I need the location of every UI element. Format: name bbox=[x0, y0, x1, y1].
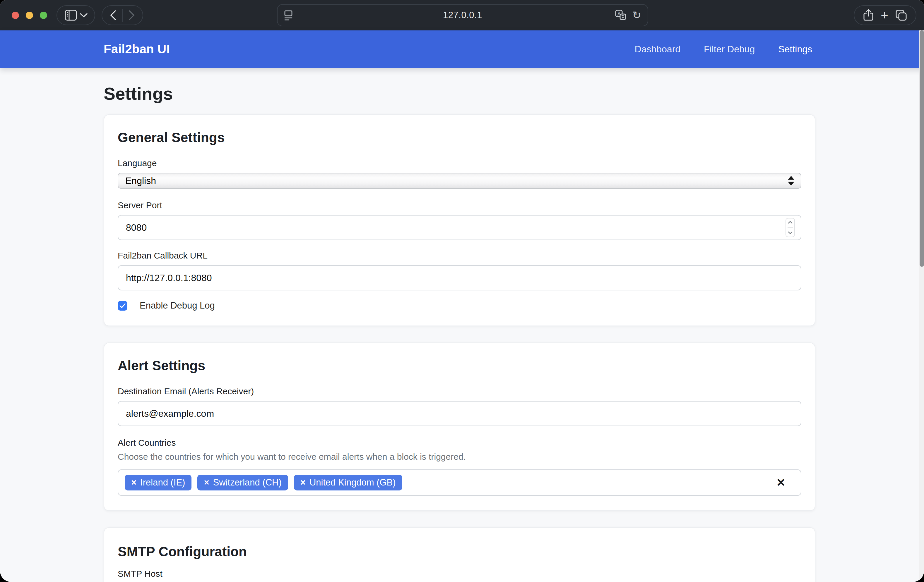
number-stepper-icon[interactable] bbox=[785, 218, 795, 237]
alert-settings-heading: Alert Settings bbox=[118, 358, 801, 373]
country-tags: × Ireland (IE) × Switzerland (CH) × Unit… bbox=[125, 475, 402, 490]
remove-tag-icon[interactable]: × bbox=[204, 477, 209, 488]
general-settings-card: General Settings Language English Server… bbox=[104, 114, 815, 326]
language-select[interactable]: English bbox=[118, 173, 801, 189]
alert-countries-help: Choose the countries for which you want … bbox=[118, 452, 801, 462]
sidebar-toolbar-group bbox=[56, 5, 95, 25]
remove-tag-icon[interactable]: × bbox=[131, 477, 137, 488]
smtp-host-label: SMTP Host bbox=[118, 569, 801, 579]
reload-icon[interactable]: ↻ bbox=[632, 10, 641, 20]
settings-page: Settings General Settings Language Engli… bbox=[104, 84, 815, 582]
country-tag-label: Switzerland (CH) bbox=[213, 477, 282, 488]
minimize-window-button[interactable] bbox=[26, 12, 33, 19]
destination-email-label: Destination Email (Alerts Receiver) bbox=[118, 386, 801, 396]
brand[interactable]: Fail2ban UI bbox=[104, 42, 170, 56]
country-tag-switzerland[interactable]: × Switzerland (CH) bbox=[197, 475, 288, 490]
sidebar-icon[interactable] bbox=[65, 10, 77, 21]
translate-icon[interactable]: A bbox=[615, 9, 627, 21]
smtp-configuration-heading: SMTP Configuration bbox=[118, 544, 801, 559]
server-port-field-wrap bbox=[118, 215, 801, 240]
callback-url-label: Fail2ban Callback URL bbox=[118, 251, 801, 261]
back-icon[interactable] bbox=[110, 10, 116, 20]
server-port-label: Server Port bbox=[118, 201, 801, 210]
debug-log-label[interactable]: Enable Debug Log bbox=[140, 300, 215, 311]
zoom-window-button[interactable] bbox=[40, 12, 47, 19]
language-select-value: English bbox=[125, 176, 156, 186]
debug-log-row: Enable Debug Log bbox=[118, 300, 801, 311]
browser-chrome: 127.0.0.1 A ↻ bbox=[0, 0, 924, 30]
forward-icon[interactable] bbox=[129, 10, 135, 20]
clear-all-countries-icon[interactable]: ✕ bbox=[776, 477, 785, 488]
country-tag-label: Ireland (IE) bbox=[140, 477, 185, 488]
url-text[interactable]: 127.0.0.1 bbox=[277, 10, 648, 20]
reader-view-icon[interactable] bbox=[284, 9, 293, 21]
general-settings-heading: General Settings bbox=[118, 130, 801, 145]
chevron-down-icon[interactable] bbox=[80, 13, 87, 18]
scrollbar-thumb[interactable] bbox=[920, 30, 924, 267]
alert-countries-multiselect[interactable]: × Ireland (IE) × Switzerland (CH) × Unit… bbox=[118, 469, 801, 496]
language-label: Language bbox=[118, 158, 801, 168]
address-bar[interactable]: 127.0.0.1 A ↻ bbox=[277, 4, 648, 26]
checkmark-icon bbox=[119, 303, 125, 308]
nav-links: Dashboard Filter Debug Settings bbox=[635, 44, 812, 55]
new-tab-icon[interactable]: + bbox=[881, 9, 888, 21]
country-tag-united-kingdom[interactable]: × United Kingdom (GB) bbox=[294, 475, 402, 490]
smtp-configuration-card: SMTP Configuration SMTP Host bbox=[104, 527, 815, 582]
window-actions-group: + bbox=[854, 5, 916, 25]
destination-email-input[interactable] bbox=[118, 401, 801, 426]
nav-divider bbox=[122, 9, 123, 21]
server-port-input[interactable] bbox=[118, 215, 801, 240]
country-tag-label: United Kingdom (GB) bbox=[309, 477, 396, 488]
remove-tag-icon[interactable]: × bbox=[300, 477, 306, 488]
share-icon[interactable] bbox=[863, 9, 874, 21]
page-title: Settings bbox=[104, 84, 815, 104]
close-window-button[interactable] bbox=[12, 12, 19, 19]
browser-window: 127.0.0.1 A ↻ bbox=[0, 0, 924, 582]
callback-url-input[interactable] bbox=[118, 265, 801, 290]
nav-link-settings[interactable]: Settings bbox=[778, 44, 812, 55]
history-nav-group bbox=[102, 5, 143, 25]
alert-settings-card: Alert Settings Destination Email (Alerts… bbox=[104, 342, 815, 511]
nav-link-dashboard[interactable]: Dashboard bbox=[635, 44, 681, 55]
app-navbar: Fail2ban UI Dashboard Filter Debug Setti… bbox=[0, 30, 924, 68]
alert-countries-label: Alert Countries bbox=[118, 438, 801, 448]
nav-link-filter-debug[interactable]: Filter Debug bbox=[704, 44, 755, 55]
debug-log-checkbox[interactable] bbox=[118, 301, 127, 311]
scrollbar-track[interactable] bbox=[919, 30, 924, 582]
select-arrows-icon bbox=[788, 176, 794, 186]
window-controls bbox=[12, 0, 47, 30]
tab-overview-icon[interactable] bbox=[895, 9, 907, 21]
country-tag-ireland[interactable]: × Ireland (IE) bbox=[125, 475, 191, 490]
